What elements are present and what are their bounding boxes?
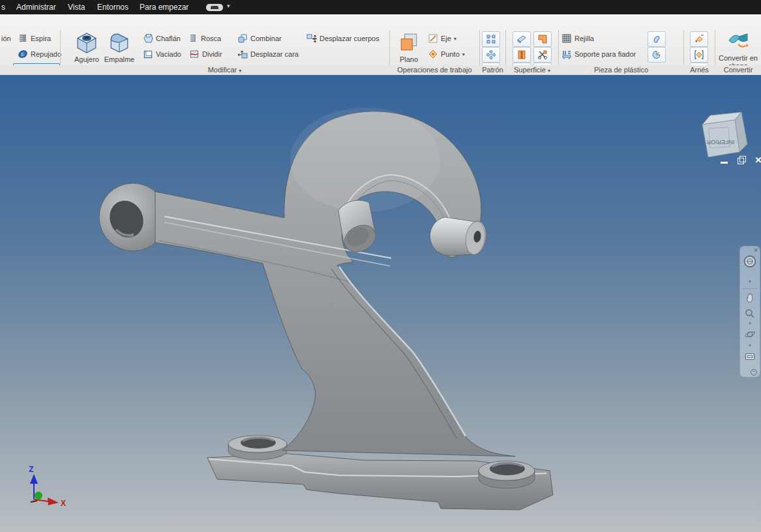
vaciado-button[interactable]: Vaciado [143,48,181,61]
boss-icon [651,34,662,44]
pan-hand-icon[interactable] [742,291,758,305]
minimize-icon[interactable] [720,156,729,165]
cloud-icon[interactable] [206,4,223,11]
viewport-canvas: INFERIOR Z X [0,75,761,532]
viewcube[interactable]: INFERIOR [702,112,747,157]
circular-pattern-button[interactable] [482,47,500,63]
repujado-emboss-icon [18,49,28,59]
panel-label-modificar[interactable]: Modificar ▾ [60,66,389,74]
part-right-cylinder [430,217,487,256]
tab-para-empezar[interactable]: Para empezar [140,0,188,14]
axis-x-label: X [61,499,66,508]
arnes-segmento-button[interactable] [690,47,708,63]
empalme-fillet-icon [108,31,130,53]
arnes-empalme-button[interactable] [690,31,708,47]
ribbon-panel-labels: Modificar ▾ Operaciones de trabajo Patró… [0,65,761,76]
convertir-chapa-button[interactable]: Convertir en chapa [717,31,759,70]
panel-label-plastico: Pieza de plástico [559,66,683,74]
restore-icon[interactable] [737,156,746,165]
snap-fit-icon [561,49,572,59]
desplazar-cara-button[interactable]: Desplazar cara [237,48,299,61]
punto-button[interactable]: Punto ▾ [428,48,465,61]
agujero-button[interactable]: Agujero [72,31,102,63]
cloud-dropdown-caret[interactable]: ▾ [227,3,230,9]
dividir-split-icon [189,49,200,59]
model-viewport[interactable]: INFERIOR Z X ✕ ✕ ▾ [0,75,761,532]
boundary-patch-icon [537,34,548,44]
grille-icon [561,33,572,44]
rosca-button[interactable]: Rosca [188,32,221,45]
empalme-button[interactable]: Empalme [103,31,136,63]
tab-administrar[interactable]: Administrar [16,0,56,14]
recortar-button[interactable] [533,47,552,63]
ribbon-tab-bar: s Administrar Vista Entornos Para empeza… [0,0,761,14]
cloud-glyph [211,6,218,9]
panel-label-convertir: Convertir [715,66,761,74]
orbit-icon[interactable] [742,327,758,342]
dividir-button[interactable]: Dividir [189,48,222,61]
rejilla-button[interactable]: Rejilla [561,32,594,45]
espira-coil-icon [18,33,28,44]
combinar-button[interactable]: Combinar [237,32,282,45]
circular-pattern-icon [486,50,496,60]
chaflan-button[interactable]: Chaflán [143,32,181,45]
eje-caret[interactable]: ▾ [454,36,456,42]
tab-vista[interactable]: Vista [68,0,85,14]
base-left-boss [228,436,287,460]
zoom-icon[interactable] [742,306,758,321]
rectangular-pattern-button[interactable] [482,31,500,47]
panel-label-arnes: Arnés [684,66,715,74]
trim-scissors-icon [537,50,548,60]
harness-segment-icon [694,50,704,60]
panel-label-superficie[interactable]: Superficie ▾ [506,66,558,74]
close-icon[interactable]: ✕ [754,156,761,165]
navbar-close-icon[interactable]: ✕ [753,247,758,254]
saliente-button[interactable] [648,31,666,47]
axis-z-label: Z [29,465,33,474]
repujado-button[interactable]: Repujado [18,48,61,61]
wheel-dropdown-caret[interactable]: ▾ [740,279,760,284]
chaflan-chamfer-icon [143,33,153,44]
zoom-dropdown-caret[interactable]: ▾ [740,321,760,326]
punto-caret[interactable]: ▾ [462,52,465,57]
move-bodies-icon [306,33,317,44]
sheet-metal-icon [725,31,751,52]
vaciado-shell-icon [143,49,153,59]
coser-button[interactable] [513,47,531,63]
work-point-icon [428,49,438,59]
ribbon: ión Espira Repujado Derivar Agujero Empa… [0,14,761,65]
orbit-dropdown-caret[interactable]: ▾ [740,343,760,348]
soporte-fiador-button[interactable]: Soporte para fiador [561,48,636,61]
espira-button[interactable]: Espira [18,32,51,45]
base-right-boss [479,461,535,488]
tab-partial[interactable]: s [1,0,5,14]
tab-entornos[interactable]: Entornos [97,0,128,14]
panel-label-patron: Patrón [480,66,505,74]
navbar-menu-icon[interactable]: − [751,369,757,376]
vent-icon [651,50,662,60]
engrosar-button[interactable] [513,31,531,47]
panel-label-operaciones: Operaciones de trabajo [390,66,479,74]
navigation-bar[interactable]: ✕ ▾ ▾ ▾ − [739,246,760,377]
rejilla-ventilacion-button[interactable] [648,47,666,63]
agujero-hole-icon [76,31,98,53]
viewcube-front-face[interactable] [702,120,739,157]
harness-splice-icon [694,34,704,44]
superficie-limite-button[interactable] [533,31,552,47]
viewcube-face-label: INFERIOR [706,139,735,145]
eje-button[interactable]: Eje ▾ [428,32,456,45]
navigation-wheel-icon[interactable] [742,254,758,269]
axis-y-head [35,492,42,499]
feature-partial-label: ión [1,32,11,45]
work-axis-icon [428,33,438,44]
work-plane-icon [398,31,420,53]
disc-sheen [290,108,440,212]
stitch-icon [516,50,527,60]
rectangular-pattern-icon [486,34,496,44]
combinar-combine-icon [237,33,248,44]
look-at-icon[interactable] [742,349,758,364]
desplazar-cuerpos-button[interactable]: Desplazar cuerpos [306,32,380,45]
move-face-icon [237,49,248,59]
document-window-controls: ✕ [720,156,761,165]
navbar-divider [742,288,758,289]
